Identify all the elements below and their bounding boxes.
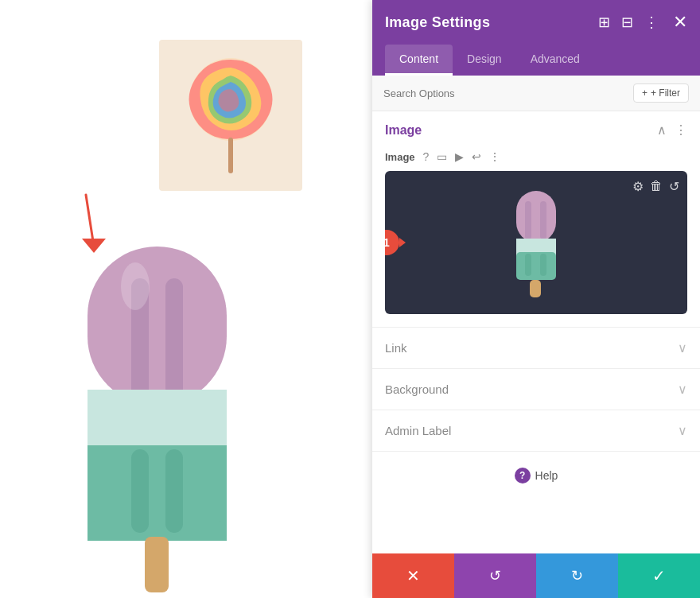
section-collapse-icon[interactable]: ∧ xyxy=(657,122,667,138)
section-actions: ∧ ⋮ xyxy=(657,122,687,138)
redo-button[interactable]: ↻ xyxy=(536,553,618,598)
header-icons: ⊞ ⊟ ⋮ ✕ xyxy=(598,12,687,33)
tab-content[interactable]: Content xyxy=(385,45,453,76)
svg-rect-11 xyxy=(131,449,149,533)
popsicle-large xyxy=(24,231,294,588)
background-section-chevron: ∨ xyxy=(678,382,687,397)
svg-rect-7 xyxy=(88,390,227,453)
search-bar: + + Filter xyxy=(372,76,700,111)
search-input[interactable] xyxy=(383,87,627,99)
panel-body: Image ∧ ⋮ Image ? ▭ ▶ ↩ ⋮ 1 xyxy=(372,111,700,553)
svg-point-14 xyxy=(121,262,150,310)
save-button[interactable]: ✓ xyxy=(618,553,700,598)
more-icon[interactable]: ⋮ xyxy=(644,14,659,31)
resize-icon[interactable]: ⊞ xyxy=(598,14,610,31)
image-toolbar: Image ? ▭ ▶ ↩ ⋮ xyxy=(372,149,700,171)
image-toolbar-label: Image xyxy=(385,151,415,163)
link-section[interactable]: Link ∨ xyxy=(372,328,700,369)
preview-popsicle xyxy=(496,187,576,298)
admin-label-section-title: Admin Label xyxy=(385,424,451,437)
panel-header: Image Settings ⊞ ⊟ ⋮ ✕ xyxy=(372,0,700,45)
close-icon[interactable]: ✕ xyxy=(673,12,687,33)
canvas-area xyxy=(0,0,372,598)
settings-panel: Image Settings ⊞ ⊟ ⋮ ✕ Content Design Ad… xyxy=(372,0,700,598)
image-cursor-icon[interactable]: ▶ xyxy=(455,150,464,163)
link-section-title: Link xyxy=(385,341,407,355)
section-header-image: Image ∧ ⋮ xyxy=(372,111,700,149)
admin-label-section-chevron: ∨ xyxy=(678,423,687,438)
panel-title: Image Settings xyxy=(385,14,490,31)
section-title-image: Image xyxy=(385,123,422,138)
preview-icons: ⚙ 🗑 ↺ xyxy=(632,179,679,194)
tab-bar: Content Design Advanced xyxy=(372,45,700,76)
image-undo-icon[interactable]: ↩ xyxy=(472,150,481,163)
image-tablet-icon[interactable]: ▭ xyxy=(437,150,447,163)
preview-delete-icon[interactable]: 🗑 xyxy=(650,179,663,194)
help-icon[interactable]: ? xyxy=(515,468,531,483)
svg-rect-12 xyxy=(165,449,183,533)
svg-rect-17 xyxy=(540,201,546,239)
cancel-button[interactable]: ✕ xyxy=(372,553,454,598)
columns-icon[interactable]: ⊟ xyxy=(621,14,633,31)
image-menu-icon[interactable]: ⋮ xyxy=(489,150,500,163)
step-badge: 1 xyxy=(385,230,399,255)
bottom-buttons: ✕ ↺ ↻ ✓ xyxy=(372,553,700,598)
image-help-icon[interactable]: ? xyxy=(423,150,430,163)
svg-rect-1 xyxy=(228,138,233,173)
svg-rect-22 xyxy=(530,280,541,297)
filter-button[interactable]: + + Filter xyxy=(633,83,689,103)
svg-rect-4 xyxy=(88,247,227,406)
help-section: ? Help xyxy=(372,452,700,499)
svg-rect-6 xyxy=(165,278,183,402)
preview-settings-icon[interactable]: ⚙ xyxy=(632,179,644,194)
background-section-title: Background xyxy=(385,382,449,396)
undo-button[interactable]: ↺ xyxy=(454,553,536,598)
image-preview: 1 ⚙ 🗑 ↺ xyxy=(385,171,687,314)
svg-rect-16 xyxy=(525,201,531,239)
svg-rect-19 xyxy=(516,252,556,280)
background-section[interactable]: Background ∨ xyxy=(372,369,700,410)
image-section: Image ∧ ⋮ Image ? ▭ ▶ ↩ ⋮ 1 xyxy=(372,111,700,328)
help-label: Help xyxy=(535,469,558,482)
svg-rect-13 xyxy=(145,537,169,592)
svg-rect-21 xyxy=(540,254,546,276)
tab-advanced[interactable]: Advanced xyxy=(516,45,594,76)
preview-reset-icon[interactable]: ↺ xyxy=(669,179,679,194)
svg-rect-20 xyxy=(525,254,531,276)
filter-label: + Filter xyxy=(651,87,680,99)
section-more-icon[interactable]: ⋮ xyxy=(675,122,687,138)
tab-design[interactable]: Design xyxy=(453,45,516,76)
link-section-chevron: ∨ xyxy=(678,340,687,355)
lollipop-thumbnail xyxy=(159,40,302,191)
admin-label-section[interactable]: Admin Label ∨ xyxy=(372,410,700,452)
filter-icon: + xyxy=(642,87,648,99)
svg-rect-15 xyxy=(516,191,556,243)
